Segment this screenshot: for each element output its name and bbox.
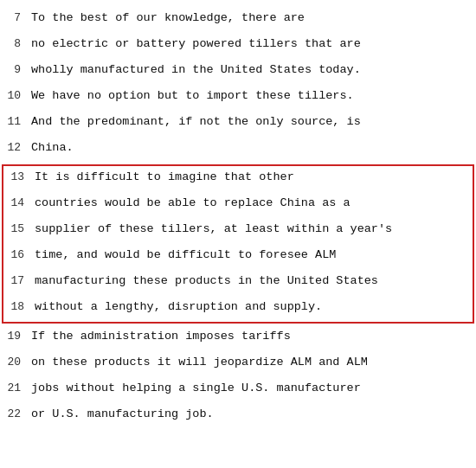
line-number: 18 [3,298,35,317]
line-number: 11 [0,112,31,131]
line-number: 20 [0,353,31,372]
text-line: 12China. [0,137,476,163]
text-line: 13 It is difficult to imagine that other [3,166,473,192]
line-text: manufacturing these products in the Unit… [35,272,473,292]
text-line: 16time, and would be difficult to forese… [3,244,473,270]
text-line: 8no electric or battery powered tillers … [0,33,476,59]
line-text: countries would be able to replace China… [35,194,473,214]
text-line: 14countries would be able to replace Chi… [3,192,473,218]
text-line: 17manufacturing these products in the Un… [3,270,473,296]
line-text: China. [31,138,476,158]
line-text: We have no option but to import these ti… [31,87,476,106]
line-number: 10 [0,87,31,106]
line-text: wholly manufactured in the United States… [31,61,476,80]
line-number: 17 [3,272,35,291]
text-line: 19 If the administration imposes tariffs [0,325,476,351]
text-line: 18without a lengthy, disruption and supp… [3,296,473,322]
post-highlight-lines: 19 If the administration imposes tariffs… [0,325,476,429]
document-page: 7 To the best of our knowledge, there ar… [0,0,476,468]
line-number: 14 [3,194,35,213]
line-number: 9 [0,61,31,80]
line-text: To the best of our knowledge, there are [31,9,476,29]
line-text: It is difficult to imagine that other [35,168,473,188]
line-number: 19 [0,327,31,346]
text-line: 20on these products it will jeopardize A… [0,351,476,377]
line-text: no electric or battery powered tillers t… [31,35,476,54]
line-text: And the predominant, if not the only sou… [31,112,476,132]
line-text: jobs without helping a single U.S. manuf… [31,379,476,399]
text-line: 7 To the best of our knowledge, there ar… [0,7,476,33]
text-line: 22or U.S. manufacturing job. [0,403,476,429]
line-number: 22 [0,405,31,424]
line-text: without a lengthy, disruption and supply… [35,298,473,317]
line-text: on these products it will jeopardize ALM… [31,353,476,373]
line-number: 8 [0,35,31,54]
text-line: 11And the predominant, if not the only s… [0,111,476,137]
text-line: 21jobs without helping a single U.S. man… [0,377,476,403]
line-number: 15 [3,220,35,239]
pre-highlight-lines: 7 To the best of our knowledge, there ar… [0,7,476,163]
line-number: 21 [0,379,31,398]
highlight-lines-inner: 13 It is difficult to imagine that other… [3,166,473,322]
line-number: 12 [0,138,31,157]
line-text: time, and would be difficult to foresee … [35,246,473,266]
text-line: 10We have no option but to import these … [0,85,476,111]
line-text: If the administration imposes tariffs [31,327,476,347]
line-number: 16 [3,246,35,265]
highlighted-block: 13 It is difficult to imagine that other… [2,164,474,324]
line-number: 13 [3,168,35,187]
text-line: 15supplier of these tillers, at least wi… [3,218,473,244]
text-line: 9wholly manufactured in the United State… [0,59,476,85]
line-number: 7 [0,9,31,28]
line-text: or U.S. manufacturing job. [31,405,476,425]
line-text: supplier of these tillers, at least with… [35,220,473,240]
